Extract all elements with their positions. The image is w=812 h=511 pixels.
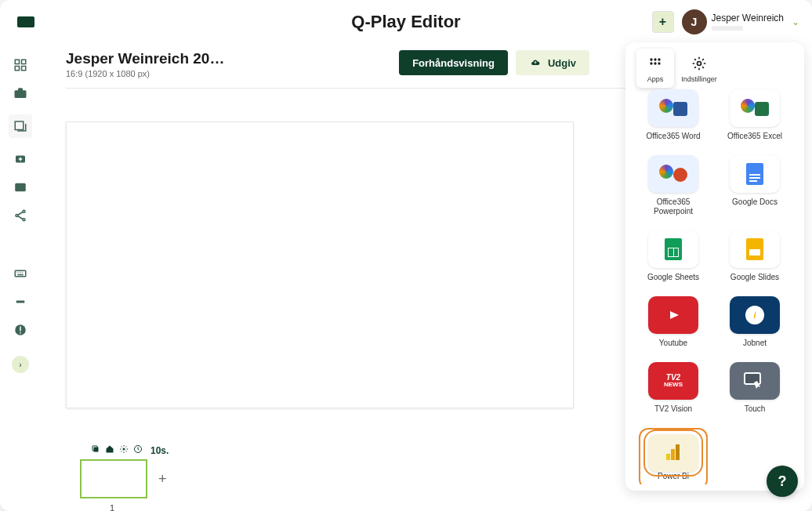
sidebar-item-media[interactable] xyxy=(13,180,27,194)
preview-button[interactable]: Forhåndsvisning xyxy=(399,50,508,75)
sidebar-item-share[interactable] xyxy=(13,208,27,223)
svg-rect-1 xyxy=(22,60,26,63)
sidebar-expand-button[interactable]: › xyxy=(12,356,29,373)
svg-rect-31 xyxy=(676,444,680,460)
svg-rect-4 xyxy=(15,121,24,130)
app-tile-icon xyxy=(730,230,780,268)
gear-icon[interactable] xyxy=(119,444,129,456)
svg-rect-2 xyxy=(15,67,19,71)
app-tile-icon xyxy=(648,296,698,334)
gear-icon xyxy=(689,53,709,74)
svg-rect-6 xyxy=(15,183,26,192)
app-tile-icon: i xyxy=(730,296,780,334)
app-label: Power Bi xyxy=(648,472,698,481)
panel-tab-settings-label: Indstillinger xyxy=(681,75,717,83)
app-item-touch[interactable]: Touch xyxy=(718,362,792,414)
svg-point-17 xyxy=(123,448,125,451)
svg-rect-28 xyxy=(745,373,760,384)
svg-point-19 xyxy=(650,58,652,60)
app-item-tv2vision[interactable]: TV2NEWSTV2 Vision xyxy=(636,362,710,414)
svg-point-25 xyxy=(698,62,701,66)
svg-rect-0 xyxy=(15,60,19,63)
svg-rect-13 xyxy=(20,327,21,332)
app-label: TV2 Vision xyxy=(654,404,692,414)
svg-rect-29 xyxy=(666,454,670,460)
app-label: Office365 Excel xyxy=(727,132,782,141)
app-tile-icon xyxy=(648,434,698,472)
document-title: Jesper Weinreich 20… xyxy=(66,50,224,67)
app-title: Q-Play Editor xyxy=(351,12,460,32)
app-item-office-ppt[interactable]: Office365 Powerpoint xyxy=(636,155,710,216)
sidebar-item-design[interactable] xyxy=(9,114,32,138)
svg-rect-14 xyxy=(20,332,21,334)
sidebar: › xyxy=(0,44,41,511)
svg-point-22 xyxy=(650,62,652,64)
app-tile-icon xyxy=(730,155,780,193)
svg-point-23 xyxy=(654,62,656,64)
sidebar-item-upload[interactable] xyxy=(13,152,27,166)
user-org-placeholder xyxy=(712,26,743,31)
sidebar-item-keyboard[interactable] xyxy=(13,266,27,281)
clock-icon[interactable] xyxy=(133,444,143,456)
panel-tab-apps-label: Apps xyxy=(647,75,664,83)
canvas[interactable] xyxy=(66,121,574,408)
app-tile-icon xyxy=(730,362,780,400)
user-name: Jesper Weinreich xyxy=(712,13,784,24)
panel-tab-apps[interactable]: Apps xyxy=(636,49,674,88)
app-item-google-docs[interactable]: Google Docs xyxy=(718,155,792,216)
svg-point-7 xyxy=(23,210,25,212)
app-label: Youtube xyxy=(659,339,687,348)
app-item-powerbi[interactable]: Power Bi xyxy=(636,428,710,484)
app-item-google-sheets[interactable]: Google Sheets xyxy=(636,230,710,282)
slide-number: 1 xyxy=(110,503,793,511)
svg-point-9 xyxy=(23,219,25,221)
sidebar-item-alert[interactable] xyxy=(13,323,27,337)
sidebar-item-assets[interactable] xyxy=(13,86,27,100)
svg-point-20 xyxy=(654,58,656,60)
document-dimensions: 16:9 (1920 x 1080 px) xyxy=(66,69,224,78)
sidebar-item-minimize[interactable] xyxy=(13,295,27,309)
panel-tab-settings[interactable]: Indstillinger xyxy=(680,49,718,88)
copy-icon[interactable] xyxy=(91,444,100,456)
app-tile-icon xyxy=(730,89,780,127)
slide-thumb-1[interactable] xyxy=(80,459,147,498)
publish-button-label: Udgiv xyxy=(548,57,576,69)
app-item-office-word[interactable]: Office365 Word xyxy=(636,89,710,141)
svg-point-24 xyxy=(658,62,660,64)
publish-button[interactable]: Udgiv xyxy=(516,50,589,75)
new-button[interactable]: + xyxy=(652,11,674,33)
add-slide-button[interactable]: + xyxy=(155,468,170,491)
app-tile-icon xyxy=(648,89,698,127)
app-label: Google Docs xyxy=(732,198,778,207)
svg-rect-3 xyxy=(22,67,26,71)
chevron-down-icon: ⌄ xyxy=(792,16,799,27)
svg-point-8 xyxy=(16,215,18,217)
avatar: J xyxy=(682,9,707,34)
app-label: Office365 Powerpoint xyxy=(640,198,707,216)
user-menu[interactable]: J Jesper Weinreich ⌄ xyxy=(682,9,799,34)
header: Q-Play Editor + J Jesper Weinreich ⌄ xyxy=(0,0,812,44)
cloud-upload-icon xyxy=(529,58,542,67)
svg-point-21 xyxy=(658,58,660,60)
app-item-office-excel[interactable]: Office365 Excel xyxy=(718,89,792,141)
app-label: Jobnet xyxy=(743,339,767,348)
app-item-google-slides[interactable]: Google Slides xyxy=(718,230,792,282)
svg-rect-11 xyxy=(16,301,25,303)
app-tile-icon xyxy=(648,230,698,268)
sidebar-item-dashboard[interactable] xyxy=(13,58,27,72)
app-tile-icon: TV2NEWS xyxy=(648,362,698,400)
help-button[interactable]: ? xyxy=(767,466,798,497)
app-logo xyxy=(17,16,34,27)
app-label: Google Sheets xyxy=(647,273,699,282)
apps-panel: Apps Indstillinger Office365 WordOffice3… xyxy=(625,42,804,491)
app-item-youtube[interactable]: Youtube xyxy=(636,296,710,348)
app-label: Touch xyxy=(745,404,766,414)
app-item-jobnet[interactable]: iJobnet xyxy=(718,296,792,348)
svg-rect-30 xyxy=(671,449,675,460)
apps-scroll[interactable]: Office365 WordOffice365 ExcelOffice365 P… xyxy=(632,86,799,484)
app-label: Google Slides xyxy=(730,273,779,282)
slide-duration: 10s. xyxy=(150,445,169,456)
svg-rect-15 xyxy=(94,448,99,452)
grid-icon xyxy=(645,53,665,74)
home-icon[interactable] xyxy=(105,444,114,456)
